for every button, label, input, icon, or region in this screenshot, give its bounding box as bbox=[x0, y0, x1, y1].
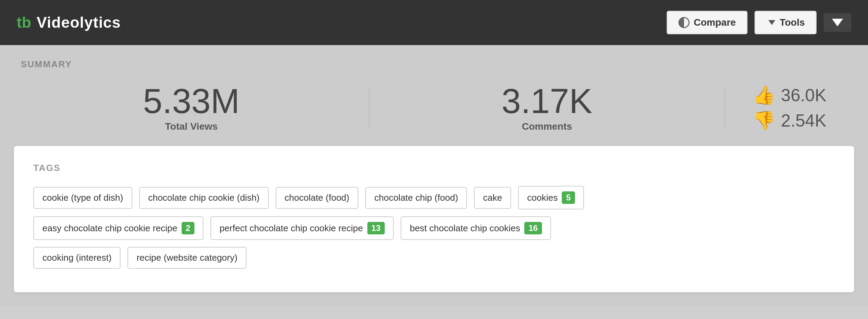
thumbs-up-icon: 👍 bbox=[753, 85, 775, 106]
tag-recipe-website[interactable]: recipe (website category) bbox=[127, 247, 246, 269]
stat-divider-1 bbox=[369, 87, 369, 129]
tags-row-1: cookie (type of dish) chocolate chip coo… bbox=[33, 186, 835, 209]
comments-label: Comments bbox=[522, 121, 572, 132]
compare-button[interactable]: Compare bbox=[667, 11, 748, 34]
tag-perfect-choc-chip-badge: 13 bbox=[367, 222, 385, 234]
tag-chocolate-food[interactable]: chocolate (food) bbox=[276, 187, 358, 209]
brand-name: Videolytics bbox=[37, 14, 121, 31]
tag-easy-choc-chip[interactable]: easy chocolate chip cookie recipe 2 bbox=[33, 216, 203, 240]
tags-section-label: TAGS bbox=[33, 163, 835, 173]
dislikes-row: 👎 2.54K bbox=[753, 110, 826, 131]
total-views-stat: 5.33M Total Views bbox=[42, 84, 341, 132]
comments-value: 3.17K bbox=[502, 84, 592, 118]
tag-best-choc-chip[interactable]: best chocolate chip cookies 16 bbox=[401, 216, 551, 240]
stat-divider-2 bbox=[724, 87, 725, 129]
total-views-label: Total Views bbox=[165, 121, 217, 132]
brand-icon: tb bbox=[17, 15, 31, 30]
likes-row: 👍 36.0K bbox=[753, 85, 826, 106]
tag-cookies[interactable]: cookies 5 bbox=[518, 186, 584, 209]
tags-row-3: cooking (interest) recipe (website categ… bbox=[33, 247, 835, 269]
compare-icon bbox=[678, 17, 690, 28]
tag-cookie-type[interactable]: cookie (type of dish) bbox=[33, 187, 132, 209]
brand: tb Videolytics bbox=[17, 14, 121, 31]
tag-chocolate-chip-food[interactable]: chocolate chip (food) bbox=[365, 187, 467, 209]
tag-perfect-choc-chip[interactable]: perfect chocolate chip cookie recipe 13 bbox=[210, 216, 394, 240]
compare-label: Compare bbox=[694, 17, 736, 28]
summary-stats: 5.33M Total Views 3.17K Comments 👍 36.0K… bbox=[21, 84, 847, 132]
tags-card: TAGS cookie (type of dish) chocolate chi… bbox=[14, 146, 854, 292]
dislikes-value: 2.54K bbox=[781, 111, 826, 131]
comments-stat: 3.17K Comments bbox=[397, 84, 696, 132]
tag-cake[interactable]: cake bbox=[474, 187, 511, 209]
tools-icon bbox=[768, 20, 775, 25]
tag-choc-chip-cookie-dish[interactable]: chocolate chip cookie (dish) bbox=[139, 187, 269, 209]
likes-value: 36.0K bbox=[781, 85, 826, 105]
navbar-actions: Compare Tools bbox=[667, 11, 851, 34]
dropdown-button[interactable] bbox=[824, 13, 851, 32]
tag-easy-choc-chip-badge: 2 bbox=[182, 222, 194, 234]
tag-cooking-interest[interactable]: cooking (interest) bbox=[33, 247, 120, 269]
tools-button[interactable]: Tools bbox=[754, 11, 817, 34]
thumbs-down-icon: 👎 bbox=[753, 110, 775, 131]
tag-best-choc-chip-badge: 16 bbox=[524, 222, 542, 234]
dropdown-arrow-icon bbox=[832, 19, 843, 26]
tag-cookies-badge: 5 bbox=[562, 191, 575, 204]
tags-row-2: easy chocolate chip cookie recipe 2 perf… bbox=[33, 216, 835, 240]
total-views-value: 5.33M bbox=[143, 84, 240, 118]
main-content: SUMMARY 5.33M Total Views 3.17K Comments… bbox=[0, 45, 868, 146]
likes-dislikes: 👍 36.0K 👎 2.54K bbox=[753, 85, 826, 131]
navbar: tb Videolytics Compare Tools bbox=[0, 0, 868, 45]
tools-label: Tools bbox=[779, 17, 805, 28]
summary-section-label: SUMMARY bbox=[21, 59, 847, 70]
